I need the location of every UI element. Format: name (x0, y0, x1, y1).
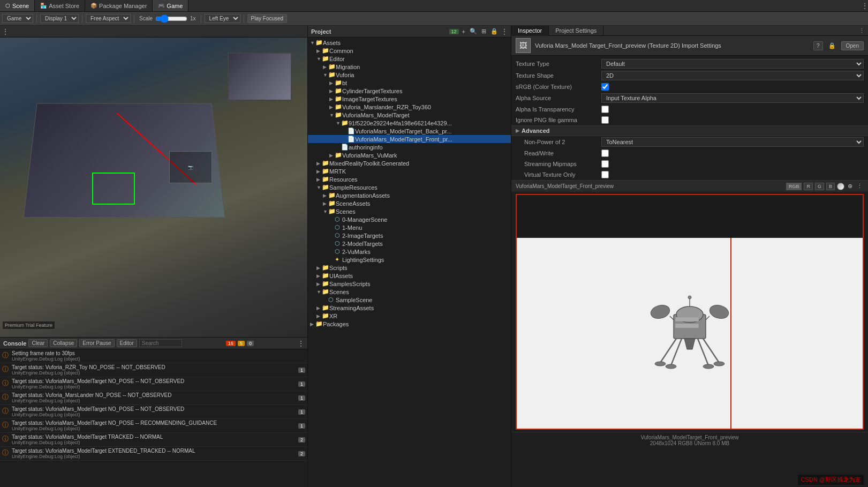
console-search-input[interactable] (139, 339, 182, 347)
tree-label: VuforiaMars_VuMark (342, 152, 397, 159)
project-search-button[interactable]: 🔍 (469, 27, 478, 36)
read-write-checkbox[interactable] (601, 149, 609, 157)
ignore-gamma-checkbox[interactable] (601, 116, 609, 124)
tree-item-menu_scene[interactable]: ⬡ 1-Menu (308, 223, 511, 231)
tree-item-vumark[interactable]: ▶ 📁 VuforiaMars_VuMark (308, 151, 511, 159)
tree-item-bt[interactable]: ▶ 📁 bt (308, 79, 511, 87)
tree-item-packages[interactable]: ▶ 📁 Packages (308, 320, 511, 328)
tab-scene[interactable]: ⬡ Scene (0, 0, 35, 11)
virtual-texture-checkbox[interactable] (601, 171, 609, 178)
tree-item-scenes2[interactable]: ▼ 📁 Scenes (308, 288, 511, 296)
tree-item-cylinder_target[interactable]: ▶ 📁 CylinderTargetTextures (308, 87, 511, 95)
game-icon: 🎮 (158, 3, 164, 9)
aspect-select[interactable]: Free Aspect (86, 14, 131, 23)
rgb-more-button[interactable]: ⋮ (856, 182, 864, 191)
advanced-section-header[interactable]: ▶ Advanced (511, 125, 868, 136)
alpha-transparency-checkbox[interactable] (601, 106, 609, 113)
texture-shape-select[interactable]: 2D (601, 71, 864, 80)
open-button[interactable]: Open (841, 41, 864, 50)
play-focused-button[interactable]: Play Focused (247, 14, 288, 23)
display-select[interactable]: Display 1 (40, 14, 79, 23)
tree-item-91f5220[interactable]: ▼ 📁 91f5220e29224e4fa198e66214e4329... (308, 119, 511, 127)
srgb-checkbox[interactable] (601, 83, 609, 91)
project-add-button[interactable]: + (461, 27, 466, 36)
console-row[interactable]: ⓘ Target status: VuforiaMars_ModelTarget… (0, 433, 307, 447)
tab-asset-store[interactable]: 🏪 Asset Store (35, 0, 85, 11)
tree-item-vumarks_scene[interactable]: ⬡ 2-VuMarks (308, 248, 511, 256)
non-power-select[interactable]: ToNearest (601, 137, 864, 147)
help-button[interactable]: ? (813, 41, 823, 50)
tab-game[interactable]: 🎮 Game (153, 0, 188, 11)
preview-main-area (517, 238, 863, 429)
tree-item-front_preview[interactable]: 📄 VuforiaMars_ModelTarget_Front_pr... (308, 135, 511, 143)
project-lock-button[interactable]: 🔒 (489, 27, 499, 36)
g-button[interactable]: G (815, 183, 824, 190)
console-body[interactable]: ⓘ Setting frame rate to 30fps UnityEngin… (0, 349, 307, 487)
collapse-button[interactable]: Collapse (50, 339, 77, 347)
tree-item-ui_assets[interactable]: ▶ 📁 UIAssets (308, 272, 511, 280)
eye-select[interactable]: Left Eye (205, 14, 240, 23)
tree-item-augmentation[interactable]: ▶ 📁 AugmentationAssets (308, 191, 511, 199)
tree-item-streaming_assets[interactable]: ▶ 📁 StreamingAssets (308, 304, 511, 312)
tree-item-resources[interactable]: ▶ 📁 Resources (308, 175, 511, 183)
console-row[interactable]: ⓘ Target status: VuforiaMars_ModelTarget… (0, 419, 307, 433)
streaming-label: Streaming Mipmaps (516, 161, 601, 167)
tree-item-scripts[interactable]: ▶ 📁 Scripts (308, 264, 511, 272)
tree-item-common[interactable]: ▶ 📁 Common (308, 47, 511, 55)
tree-item-mixed_reality[interactable]: ▶ 📁 MixedRealityToolkit.Generated (308, 159, 511, 167)
b-button[interactable]: B (826, 183, 835, 190)
tree-item-sample_scene[interactable]: ⬡ SampleScene (308, 296, 511, 304)
editor-button[interactable]: Editor (117, 339, 137, 347)
tree-item-authoring_info[interactable]: 📄 authoringinfo (308, 143, 511, 151)
console-row[interactable]: ⓘ Target status: Vuforia_RZR_Toy NO_POSE… (0, 363, 307, 377)
project-grid-button[interactable]: ⊞ (480, 27, 487, 36)
tree-item-model_scene[interactable]: ⬡ 2-ModelTargets (308, 239, 511, 248)
tree-item-image_target[interactable]: ▶ 📁 ImageTargetTextures (308, 95, 511, 103)
tab-options-button[interactable]: ⋮ (862, 0, 868, 11)
game-dropdown[interactable]: Game (2, 14, 33, 23)
tree-item-xr[interactable]: ▶ 📁 XR (308, 312, 511, 320)
game-view-options[interactable]: ⋮ (2, 28, 9, 35)
error-pause-button[interactable]: Error Pause (79, 339, 114, 347)
tree-item-manager_scene[interactable]: ⬡ 0-ManagerScene (308, 215, 511, 223)
console-row[interactable]: ⓘ Target status: VuforiaMars_ModelTarget… (0, 447, 307, 461)
tree-item-image_scene[interactable]: ⬡ 2-ImageTargets (308, 231, 511, 239)
tree-item-samples_scripts[interactable]: ▶ 📁 SamplesScripts (308, 280, 511, 288)
console-error-icon: ⓘ (2, 379, 9, 388)
console-row[interactable]: ⓘ Setting frame rate to 30fps UnityEngin… (0, 349, 307, 363)
tree-item-lighting[interactable]: ✦ LightingSettings (308, 256, 511, 264)
console-row[interactable]: ⓘ Target status: VuforiaMars_ModelTarget… (0, 377, 307, 391)
project-options-button[interactable]: ⋮ (501, 28, 508, 35)
tree-item-mrtk[interactable]: ▶ 📁 MRTK (308, 167, 511, 175)
inspector-options-button[interactable]: ⋮ (856, 26, 868, 35)
rgb-options-button[interactable]: ⊕ (847, 182, 854, 191)
tree-item-scene_assets[interactable]: ▶ 📁 SceneAssets (308, 199, 511, 207)
color-picker[interactable] (837, 183, 844, 190)
project-tree[interactable]: ▼ 📁 Assets ▶ 📁 Common ▼ 📁 Editor ▶ 📁 Mig… (308, 38, 511, 487)
console-options-button[interactable]: ⋮ (298, 340, 304, 347)
tree-item-vuforia[interactable]: ▼ 📁 Vuforia (308, 71, 511, 79)
console-row[interactable]: ⓘ Target status: Vuforia_MarsLander NO_P… (0, 391, 307, 405)
tree-item-back_preview[interactable]: 📄 VuforiaMars_ModelTarget_Back_pr... (308, 127, 511, 135)
tree-item-editor[interactable]: ▼ 📁 Editor (308, 55, 511, 63)
console-row[interactable]: ⓘ Target status: VuforiaMars_ModelTarget… (0, 405, 307, 419)
lock-button[interactable]: 🔒 (827, 41, 837, 50)
alpha-source-select[interactable]: Input Texture Alpha (601, 93, 864, 103)
tree-item-scenes[interactable]: ▼ 📁 Scenes (308, 207, 511, 215)
tree-item-vuforia_model_target[interactable]: ▼ 📁 VuforiaMars_ModelTarget (308, 111, 511, 119)
tab-inspector[interactable]: Inspector (511, 26, 549, 36)
tree-item-sample_resources[interactable]: ▼ 📁 SampleResources (308, 183, 511, 191)
streaming-checkbox[interactable] (601, 160, 609, 168)
scale-slider[interactable] (155, 14, 187, 23)
tree-item-vuforia_mars360[interactable]: ▶ 📁 Vuforia_Marslander_RZR_Toy360 (308, 103, 511, 111)
tree-item-assets[interactable]: ▼ 📁 Assets (308, 39, 511, 47)
console-message: Target status: Vuforia_MarsLander NO_POS… (12, 392, 295, 398)
tab-project-settings[interactable]: Project Settings (549, 26, 603, 35)
tree-item-migration[interactable]: ▶ 📁 Migration (308, 63, 511, 71)
texture-type-select[interactable]: Default (601, 59, 864, 69)
tab-package-manager[interactable]: 📦 Package Manager (85, 0, 153, 11)
rgb-button[interactable]: RGB (786, 183, 802, 190)
clear-button[interactable]: Clear (28, 339, 48, 347)
r-button[interactable]: R (804, 183, 813, 190)
separator-4 (201, 14, 201, 23)
